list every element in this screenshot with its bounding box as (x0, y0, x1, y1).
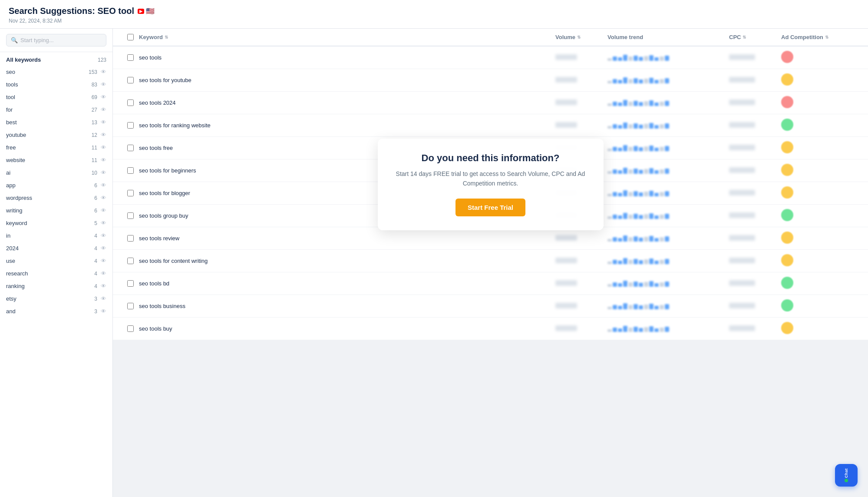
list-item[interactable]: wordpress 6 👁 (0, 192, 112, 204)
row-checkbox[interactable] (127, 167, 134, 174)
row-checkbox[interactable] (127, 325, 134, 332)
row-checkbox[interactable] (127, 145, 134, 151)
eye-icon[interactable]: 👁 (101, 106, 106, 113)
list-item[interactable]: tools 83 👁 (0, 78, 112, 91)
row-checkbox-cell[interactable] (122, 280, 139, 287)
th-trend: Volume trend (607, 34, 729, 40)
row-checkbox[interactable] (127, 77, 134, 83)
eye-icon[interactable]: 👁 (101, 94, 106, 100)
list-item[interactable]: app 6 👁 (0, 179, 112, 192)
row-checkbox-cell[interactable] (122, 99, 139, 106)
search-input[interactable] (20, 37, 102, 43)
row-checkbox-cell[interactable] (122, 235, 139, 242)
eye-icon[interactable]: 👁 (101, 132, 106, 138)
keyword-count: 6 (88, 195, 97, 201)
page-title: Search Suggestions: SEO tool ▶ 🇺🇸 (9, 6, 859, 16)
keyword-name: research (6, 270, 28, 277)
row-checkbox-cell[interactable] (122, 190, 139, 196)
cpc-sort-icon[interactable]: ⇅ (743, 35, 746, 40)
row-checkbox[interactable] (127, 212, 134, 219)
row-checkbox-cell[interactable] (122, 258, 139, 264)
keyword-name: free (6, 144, 16, 151)
cpc-cell (729, 99, 781, 106)
eye-icon[interactable]: 👁 (101, 144, 106, 151)
list-item[interactable]: writing 6 👁 (0, 204, 112, 217)
keyword-name: keyword (6, 220, 27, 226)
eye-icon[interactable]: 👁 (101, 119, 106, 126)
list-item[interactable]: etsy 3 👁 (0, 292, 112, 305)
eye-icon[interactable]: 👁 (101, 182, 106, 189)
row-checkbox[interactable] (127, 303, 134, 309)
eye-icon[interactable]: 👁 (101, 69, 106, 75)
row-checkbox[interactable] (127, 122, 134, 129)
eye-icon[interactable]: 👁 (101, 270, 106, 277)
row-checkbox[interactable] (127, 258, 134, 264)
row-checkbox-cell[interactable] (122, 54, 139, 61)
list-item[interactable]: for 27 👁 (0, 103, 112, 116)
ad-sort-icon[interactable]: ⇅ (825, 35, 828, 40)
eye-icon[interactable]: 👁 (101, 245, 106, 252)
list-item[interactable]: youtube 12 👁 (0, 129, 112, 141)
eye-icon[interactable]: 👁 (101, 220, 106, 226)
eye-icon[interactable]: 👁 (101, 295, 106, 302)
keyword-name: app (6, 182, 16, 189)
keyword-count: 153 (88, 69, 97, 75)
row-checkbox-cell[interactable] (122, 167, 139, 174)
list-item[interactable]: 2024 4 👁 (0, 242, 112, 255)
flag-icon: 🇺🇸 (146, 7, 155, 15)
list-item[interactable]: use 4 👁 (0, 255, 112, 267)
eye-icon[interactable]: 👁 (101, 207, 106, 214)
eye-icon[interactable]: 👁 (101, 232, 106, 239)
trend-cell (607, 168, 729, 174)
volume-cell (555, 77, 607, 84)
eye-icon[interactable]: 👁 (101, 157, 106, 163)
row-checkbox[interactable] (127, 54, 134, 61)
list-item[interactable]: ai 10 👁 (0, 166, 112, 179)
eye-icon[interactable]: 👁 (101, 283, 106, 289)
eye-icon[interactable]: 👁 (101, 81, 106, 88)
volume-sort-icon[interactable]: ⇅ (577, 35, 581, 40)
keyword-cell: seo tools buy (139, 325, 555, 332)
row-checkbox[interactable] (127, 280, 134, 287)
chat-button[interactable]: Chat (835, 464, 858, 487)
list-item[interactable]: seo 153 👁 (0, 66, 112, 78)
keyword-name: for (6, 106, 13, 113)
th-checkbox[interactable] (122, 34, 139, 40)
start-free-trial-button[interactable]: Start Free Trial (455, 199, 525, 216)
keyword-count: 10 (88, 170, 97, 176)
list-item[interactable]: free 11 👁 (0, 141, 112, 154)
row-checkbox-cell[interactable] (122, 325, 139, 332)
list-item[interactable]: best 13 👁 (0, 116, 112, 129)
keyword-count: 6 (88, 182, 97, 189)
row-checkbox-cell[interactable] (122, 77, 139, 83)
row-checkbox-cell[interactable] (122, 212, 139, 219)
eye-icon[interactable]: 👁 (101, 169, 106, 176)
cpc-cell (729, 258, 781, 265)
list-item[interactable]: tool 69 👁 (0, 91, 112, 103)
eye-icon[interactable]: 👁 (101, 195, 106, 201)
list-item[interactable]: in 4 👁 (0, 229, 112, 242)
keyword-list-items: seo 153 👁 tools 83 👁 tool 69 👁 for 27 👁 (0, 66, 112, 318)
row-checkbox[interactable] (127, 235, 134, 242)
eye-icon[interactable]: 👁 (101, 258, 106, 264)
search-input-wrap[interactable]: 🔍 (6, 34, 106, 46)
list-item[interactable]: and 3 👁 (0, 305, 112, 318)
list-item[interactable]: research 4 👁 (0, 267, 112, 280)
upsell-title: Do you need this information? (395, 152, 586, 164)
cpc-cell (729, 145, 781, 152)
row-checkbox-cell[interactable] (122, 145, 139, 151)
keyword-sort-icon[interactable]: ⇅ (165, 35, 168, 40)
list-item[interactable]: website 11 👁 (0, 154, 112, 166)
keyword-name: tool (6, 94, 15, 100)
row-checkbox-cell[interactable] (122, 303, 139, 309)
table-row: seo tools for content writing (113, 250, 868, 272)
row-checkbox-cell[interactable] (122, 122, 139, 129)
eye-icon[interactable]: 👁 (101, 308, 106, 315)
ad-competition-cell (781, 164, 859, 177)
select-all-checkbox[interactable] (127, 34, 134, 40)
row-checkbox[interactable] (127, 190, 134, 196)
table-header-row: Keyword ⇅ Volume ⇅ Volume trend CPC ⇅ (113, 29, 868, 46)
list-item[interactable]: keyword 5 👁 (0, 217, 112, 229)
row-checkbox[interactable] (127, 99, 134, 106)
list-item[interactable]: ranking 4 👁 (0, 280, 112, 292)
